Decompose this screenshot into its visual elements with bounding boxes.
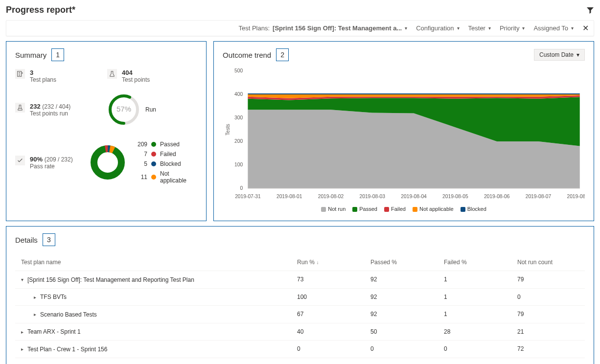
badge-3: 3 xyxy=(43,233,55,246)
filter-test-plans-label: Test Plans: xyxy=(238,24,270,32)
svg-text:200: 200 xyxy=(234,138,243,144)
run-pct-label: Run xyxy=(145,106,156,113)
filter-assigned-to[interactable]: Assigned To ▾ xyxy=(533,24,574,32)
stat-test-plans: 3 Test plans xyxy=(15,69,93,83)
stat-pass-rate-label: Pass rate xyxy=(30,163,73,170)
cell-failed: 1 xyxy=(438,306,511,323)
svg-text:2019-08-01: 2019-08-01 xyxy=(277,194,302,199)
custom-date-button[interactable]: Custom Date ▾ xyxy=(534,49,585,61)
svg-text:0: 0 xyxy=(240,185,243,191)
legend-failed: 7 Failed xyxy=(137,151,197,158)
stat-test-points-run-value: 232 xyxy=(30,103,41,110)
filter-priority-label: Priority xyxy=(500,24,519,32)
legend-passed-count: 209 xyxy=(137,141,147,148)
legend-item-notrun: Not run xyxy=(321,206,346,212)
legend-blocked: 5 Blocked xyxy=(137,160,197,167)
chevron-down-icon: ▾ xyxy=(571,25,574,31)
svg-text:500: 500 xyxy=(234,68,243,73)
chevron-down-icon: ▾ xyxy=(457,25,460,31)
filter-bar: Test Plans: [Sprint 156 Sign Off]: Test … xyxy=(6,20,594,36)
cell-run: 73 xyxy=(291,271,365,289)
chevron-down-icon: ▾ xyxy=(488,25,491,31)
trend-legend: Not run Passed Failed Not applicable Blo… xyxy=(223,206,585,212)
svg-text:Tests: Tests xyxy=(225,124,231,135)
svg-text:2019-08-08: 2019-08-08 xyxy=(567,194,585,199)
row-name: [Sprint 156 Sign Off]: Test Management a… xyxy=(27,276,194,283)
close-icon[interactable]: ✕ xyxy=(582,23,589,33)
filter-test-plans-value: [Sprint 156 Sign Off]: Test Management a… xyxy=(273,24,402,32)
test-plans-icon xyxy=(15,69,25,79)
sort-down-icon: ↓ xyxy=(316,260,319,265)
col-run[interactable]: Run % ↓ xyxy=(291,254,365,271)
filter-assigned-to-label: Assigned To xyxy=(533,24,568,32)
cell-failed: 1 xyxy=(438,271,511,289)
cell-failed: 0 xyxy=(438,341,511,358)
row-name: Test Plan - Crew 1 - Sprint 156 xyxy=(27,346,107,353)
pass-rate-icon xyxy=(15,156,25,165)
cell-notrun: 79 xyxy=(511,271,585,289)
outcome-trend-chart: 0100200300400500Tests2019-07-312019-08-0… xyxy=(223,66,585,203)
cell-passed: 92 xyxy=(365,306,438,323)
svg-text:2019-08-06: 2019-08-06 xyxy=(484,194,510,199)
details-card: Details 3 Test plan name Run % ↓ Passed … xyxy=(6,226,594,364)
badge-1: 1 xyxy=(51,48,64,61)
test-points-icon xyxy=(107,69,117,79)
cell-run: 40 xyxy=(291,323,365,341)
summary-card: Summary 1 3 Test plans 404 Test point xyxy=(6,41,207,221)
cell-notrun: 72 xyxy=(511,341,585,358)
legend-failed-label: Failed xyxy=(160,151,176,158)
badge-2: 2 xyxy=(276,48,289,61)
filter-configuration-label: Configuration xyxy=(416,24,454,32)
col-notrun[interactable]: Not run count xyxy=(511,254,585,271)
row-name: TFS BVTs xyxy=(40,294,67,300)
dot-failed xyxy=(151,152,156,157)
legend-blocked-label: Blocked xyxy=(160,160,181,167)
col-passed[interactable]: Passed % xyxy=(365,254,438,271)
cell-notrun: 79 xyxy=(511,306,585,323)
filter-priority[interactable]: Priority ▾ xyxy=(500,24,525,32)
svg-text:400: 400 xyxy=(234,91,243,97)
summary-title: Summary xyxy=(15,51,46,59)
col-name[interactable]: Test plan name xyxy=(15,254,291,271)
table-row[interactable]: ▸Test Plan - Crew 1 - Sprint 15600072 xyxy=(15,341,585,358)
cell-run: 100 xyxy=(291,288,365,306)
table-row[interactable]: ▸TFS BVTs1009210 xyxy=(15,288,585,306)
outcome-trend-card: Outcome trend 2 Custom Date ▾ 0100200300… xyxy=(213,41,594,221)
cell-passed: 92 xyxy=(365,271,438,289)
table-row[interactable]: ▸Scenario Based Tests6792179 xyxy=(15,306,585,323)
legend-na: 11 Not applicable xyxy=(137,170,197,184)
filter-tester[interactable]: Tester ▾ xyxy=(468,24,491,32)
run-pct-arc: 57% Run xyxy=(107,93,156,126)
svg-text:2019-07-31: 2019-07-31 xyxy=(235,194,261,199)
filter-configuration[interactable]: Configuration ▾ xyxy=(416,24,459,32)
table-row[interactable]: ▸Team ARX - Sprint 140502821 xyxy=(15,323,585,341)
cell-passed: 50 xyxy=(365,323,438,341)
legend-passed: 209 Passed xyxy=(137,141,197,148)
stat-pass-rate-value: 90% xyxy=(30,156,43,163)
filter-test-plans[interactable]: Test Plans: [Sprint 156 Sign Off]: Test … xyxy=(238,24,407,32)
chevron-right-icon[interactable]: ▸ xyxy=(34,312,36,317)
chevron-right-icon[interactable]: ▸ xyxy=(21,329,23,335)
cell-failed: 28 xyxy=(438,323,511,341)
table-row[interactable]: ▾[Sprint 156 Sign Off]: Test Management … xyxy=(15,271,585,289)
custom-date-label: Custom Date xyxy=(539,51,574,58)
dot-blocked xyxy=(151,161,156,166)
row-name: Scenario Based Tests xyxy=(40,311,97,318)
col-failed[interactable]: Failed % xyxy=(438,254,511,271)
stat-test-points-run-label: Test points run xyxy=(30,110,70,117)
chevron-down-icon: ▾ xyxy=(577,51,579,58)
page-title: Progress report* xyxy=(6,5,75,15)
cell-passed: 92 xyxy=(365,288,438,306)
chevron-right-icon[interactable]: ▸ xyxy=(34,295,36,300)
stat-pass-rate-fraction: (209 / 232) xyxy=(45,156,73,163)
chevron-right-icon[interactable]: ▸ xyxy=(21,346,23,352)
row-name: Team ARX - Sprint 1 xyxy=(27,328,81,335)
dot-na xyxy=(151,175,156,180)
cell-run: 0 xyxy=(291,341,365,358)
cell-passed: 0 xyxy=(365,341,438,358)
stat-test-points-value: 404 xyxy=(122,69,150,76)
chevron-down-icon[interactable]: ▾ xyxy=(21,277,23,282)
run-pct-value: 57% xyxy=(116,105,131,113)
filter-icon[interactable] xyxy=(586,6,594,14)
svg-text:100: 100 xyxy=(234,162,243,167)
